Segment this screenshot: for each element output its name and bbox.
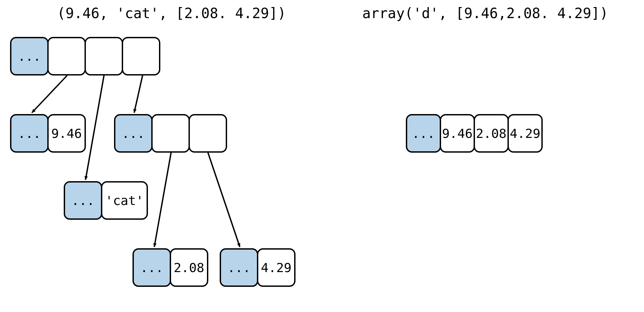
list-object-header: ... (114, 114, 153, 153)
tuple-pointer-array: ... (10, 37, 160, 75)
list-item-1-header: ... (220, 248, 258, 287)
array-value-1: 2.08 (474, 114, 509, 153)
tuple-ptr-0 (47, 37, 86, 75)
float-object-0: ... 9.46 (10, 114, 86, 153)
tuple-caption: (9.46, 'cat', [2.08. 4.29]) (57, 5, 286, 21)
list-ptr-1 (189, 114, 227, 153)
array-value-2: 4.29 (507, 114, 543, 153)
tuple-ptr-1 (85, 37, 123, 75)
arrow-tuple-to-str (86, 75, 104, 180)
float-object-0-value: 9.46 (47, 114, 86, 153)
tuple-ptr-2 (122, 37, 160, 75)
tuple-header-cell: ... (10, 37, 49, 75)
list-item-0: ... 2.08 (132, 248, 208, 287)
list-item-1: ... 4.29 (220, 248, 296, 287)
str-object-header: ... (64, 181, 102, 220)
arrow-list-to-item0 (154, 153, 171, 247)
list-item-1-value: 4.29 (257, 248, 296, 287)
array-header-cell: ... (406, 114, 441, 153)
arrow-tuple-to-list (134, 75, 143, 113)
list-object: ... (114, 114, 227, 153)
array-value-0: 9.46 (440, 114, 475, 153)
str-object-value: 'cat' (101, 181, 148, 220)
str-object: ... 'cat' (64, 181, 148, 220)
list-item-0-header: ... (132, 248, 171, 287)
list-item-0-value: 2.08 (170, 248, 208, 287)
list-ptr-0 (151, 114, 190, 153)
array-caption: array('d', [9.46,2.08. 4.29]) (362, 5, 608, 21)
arrow-tuple-to-float (32, 75, 67, 113)
arrow-list-to-item1 (208, 153, 240, 247)
array-contiguous: ... 9.46 2.08 4.29 (406, 114, 543, 153)
float-object-0-header: ... (10, 114, 49, 153)
